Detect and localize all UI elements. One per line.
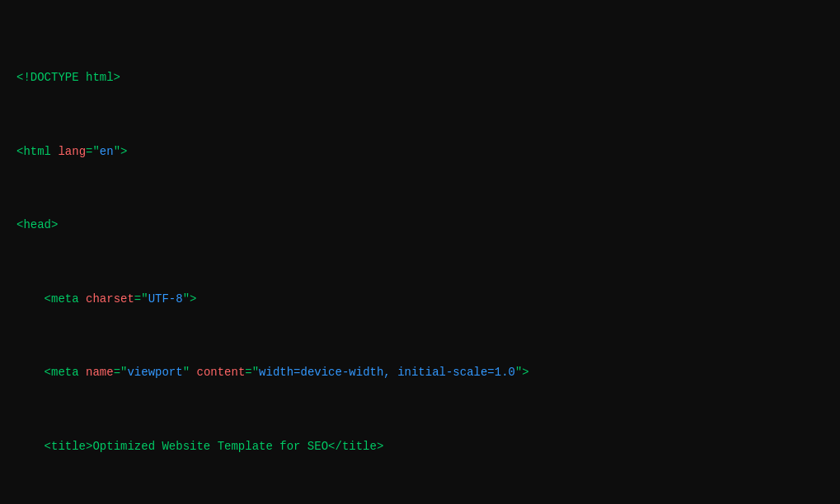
- tag-doctype: <!DOCTYPE html>: [16, 71, 120, 84]
- code-line-6: <title>Optimized Website Template for SE…: [16, 437, 824, 455]
- tag-meta-charset: <meta: [45, 292, 86, 306]
- code-line-5: <meta name="viewport" content="width=dev…: [16, 363, 824, 381]
- attr-viewport-name: name: [86, 366, 114, 379]
- attr-viewport-content-name: content: [196, 366, 245, 379]
- tag-html-open: <html: [16, 145, 58, 158]
- tag-meta-viewport: <meta: [45, 366, 86, 379]
- attr-lang-value: en: [100, 145, 114, 158]
- attr-viewport-content-value: width=device-width, initial-scale=1.0: [259, 366, 515, 379]
- attr-viewport-name-value: viewport: [127, 366, 182, 379]
- tag-title-open: <title>: [45, 440, 93, 453]
- code-line-2: <html lang="en">: [16, 142, 824, 161]
- tag-head-open: <head>: [16, 218, 58, 231]
- code-editor: <!DOCTYPE html> <html lang="en"> <head> …: [0, 0, 840, 504]
- attr-lang-name: lang: [58, 145, 86, 158]
- title-text: Optimized Website Template for SEO: [92, 440, 328, 453]
- code-line-1: <!DOCTYPE html>: [16, 68, 824, 86]
- tag-title-close: </title>: [328, 440, 383, 453]
- code-line-3: <head>: [16, 216, 824, 234]
- attr-charset-name: charset: [86, 292, 134, 306]
- attr-charset-value: UTF-8: [148, 292, 183, 306]
- code-line-4: <meta charset="UTF-8">: [16, 290, 824, 308]
